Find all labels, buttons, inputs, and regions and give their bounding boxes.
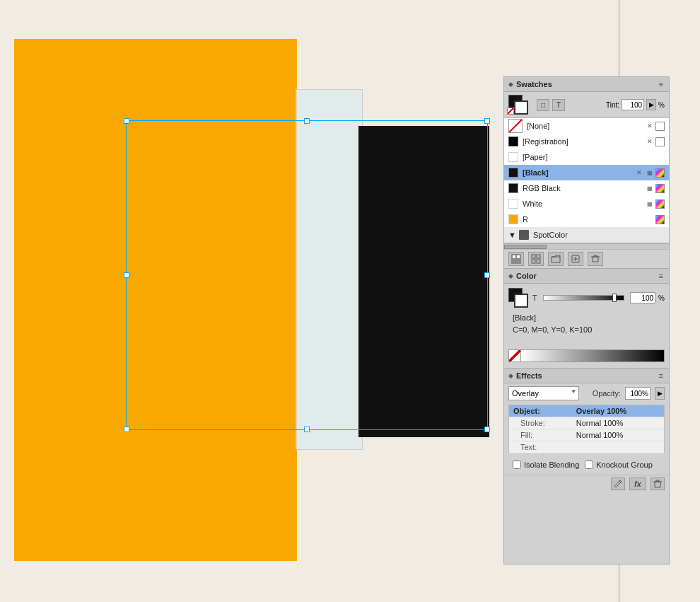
color-header-left: ◆ Color: [508, 272, 537, 280]
swatch-item-white[interactable]: White ▦: [504, 196, 669, 212]
svg-rect-1: [513, 255, 515, 258]
color-t-label: T: [532, 294, 537, 302]
blend-mode-wrapper: Overlay Normal Multiply Screen: [508, 386, 579, 400]
swatches-scrollbar[interactable]: [504, 243, 669, 249]
group-folder-icon: [519, 230, 529, 240]
swatch-item-paper[interactable]: [Paper]: [504, 149, 669, 165]
no-color-box[interactable]: [508, 349, 521, 362]
opacity-input[interactable]: [625, 387, 651, 400]
color-cmyk-values: C=0, M=0, Y=0, K=100: [513, 324, 660, 336]
stroke-color-box[interactable]: [514, 100, 528, 115]
r-color-icon: [655, 215, 665, 224]
color-menu-icon[interactable]: ≡: [658, 272, 665, 280]
r-swatch-color: [508, 214, 518, 224]
delete-swatch-button[interactable]: [588, 252, 603, 266]
none-color-indicator: [507, 108, 514, 115]
fill-type-button[interactable]: □: [537, 99, 549, 111]
color-name-label: [Black]: [513, 312, 660, 324]
paper-swatch-name: [Paper]: [523, 153, 665, 161]
swatches-collapse-arrow: ◆: [508, 81, 513, 88]
color-full-gradient[interactable]: [521, 349, 665, 362]
color-panel: ◆ Color ≡ T %: [504, 269, 669, 369]
swatch-item-black[interactable]: [Black] ✕ ▦: [504, 165, 669, 180]
knockout-group-label[interactable]: Knockout Group: [585, 461, 653, 469]
knockout-group-checkbox[interactable]: [585, 461, 593, 469]
svg-rect-4: [537, 255, 540, 258]
grid-view-button[interactable]: [528, 252, 544, 266]
swatch-group-spotcolor[interactable]: ▼ SpotColor: [504, 227, 669, 243]
rgbblack-grid-icon: ▦: [645, 184, 654, 193]
effects-panel-header[interactable]: ◆ Effects ≡: [504, 369, 669, 383]
canvas-area: [0, 0, 495, 602]
knockout-group-text: Knockout Group: [596, 461, 653, 469]
effects-stroke-row[interactable]: Stroke: Normal 100%: [509, 417, 665, 429]
none-swatch-color: [508, 119, 523, 133]
white-swatch-icons: ▦: [645, 199, 665, 209]
svg-rect-6: [537, 260, 540, 263]
black-grid-icon: ▦: [645, 168, 654, 178]
color-mode-button[interactable]: [508, 252, 524, 266]
color-slider-handle[interactable]: [612, 294, 617, 302]
rgbblack-color-icon: [655, 184, 665, 193]
effects-stroke-value: Normal 100%: [572, 417, 665, 429]
new-swatch-button[interactable]: [568, 252, 583, 266]
effects-text-value: [572, 441, 665, 453]
tint-percent: %: [658, 101, 665, 109]
opacity-arrow-button[interactable]: ▶: [655, 387, 665, 400]
swatches-menu-icon[interactable]: ≡: [658, 80, 665, 88]
white-swatch-name: White: [523, 199, 641, 208]
effects-text-row[interactable]: Text:: [509, 441, 665, 453]
color-panel-header[interactable]: ◆ Color ≡: [504, 269, 669, 284]
isolate-blending-checkbox[interactable]: [513, 461, 521, 469]
swatch-item-registration[interactable]: [Registration] ✕: [504, 134, 669, 149]
r-swatch-name: R: [523, 215, 651, 224]
effects-object-label: Object:: [509, 405, 572, 417]
color-value-input[interactable]: [630, 292, 655, 303]
effects-delete-button[interactable]: [651, 477, 665, 490]
black-swatch-name: [Black]: [523, 168, 630, 177]
color-stroke-box[interactable]: [514, 294, 528, 308]
rgbblack-swatch-icons: ▦: [645, 184, 665, 193]
black-x-icon: ✕: [634, 168, 643, 178]
color-fill-stroke-selector[interactable]: [508, 288, 530, 308]
isolate-blending-label[interactable]: Isolate Blending: [513, 461, 579, 469]
swatch-item-r[interactable]: R: [504, 212, 669, 227]
opacity-label: Opacity:: [593, 389, 621, 398]
handle-top-right[interactable]: [484, 118, 490, 124]
svg-rect-5: [532, 260, 535, 263]
swatches-panel: ◆ Swatches ≡ □ T Tint: ▶: [504, 77, 669, 269]
black-swatch-icons: ✕ ▦: [634, 168, 665, 178]
effects-collapse-arrow: ◆: [508, 372, 513, 379]
rgbblack-swatch-color: [508, 183, 518, 193]
swatch-item-none[interactable]: [None] ✕: [504, 118, 669, 134]
swatch-list: [None] ✕ [Registration] ✕ [Paper]: [504, 118, 669, 243]
swatches-panel-header[interactable]: ◆ Swatches ≡: [504, 77, 669, 92]
paper-swatch-color: [508, 152, 518, 162]
effects-fill-row[interactable]: Fill: Normal 100%: [509, 429, 665, 441]
color-gradient-row: [508, 349, 665, 362]
swatches-panel-title: Swatches: [516, 80, 552, 88]
effects-fill-value: Normal 100%: [572, 429, 665, 441]
light-rectangle: [296, 89, 363, 450]
blend-mode-select[interactable]: Overlay Normal Multiply Screen: [508, 386, 579, 400]
scrollbar-thumb[interactable]: [504, 245, 547, 249]
blend-mode-row: Overlay Normal Multiply Screen Opacity: …: [508, 386, 665, 400]
registration-swatch-name: [Registration]: [523, 137, 641, 146]
isolate-blending-text: Isolate Blending: [524, 461, 579, 469]
registration-swatch-color: [508, 137, 518, 146]
tint-label: Tint:: [606, 101, 619, 109]
folder-button[interactable]: [548, 252, 564, 266]
none-x-icon: ✕: [645, 122, 654, 131]
effects-menu-icon[interactable]: ≡: [658, 371, 665, 380]
swatch-item-rgbblack[interactable]: RGB Black ▦: [504, 180, 669, 196]
text-type-button[interactable]: T: [552, 99, 565, 111]
effects-fx-button[interactable]: fx: [629, 477, 646, 490]
tint-increment-button[interactable]: ▶: [646, 99, 656, 110]
effects-object-value: Overlay 100%: [572, 405, 665, 417]
effects-edit-button[interactable]: [611, 477, 625, 490]
tint-input[interactable]: [622, 99, 644, 110]
effects-object-row[interactable]: Object: Overlay 100%: [509, 405, 665, 417]
r-swatch-icons: [655, 215, 665, 224]
effects-bottom-toolbar: fx: [504, 475, 669, 492]
color-selector[interactable]: [508, 95, 530, 115]
